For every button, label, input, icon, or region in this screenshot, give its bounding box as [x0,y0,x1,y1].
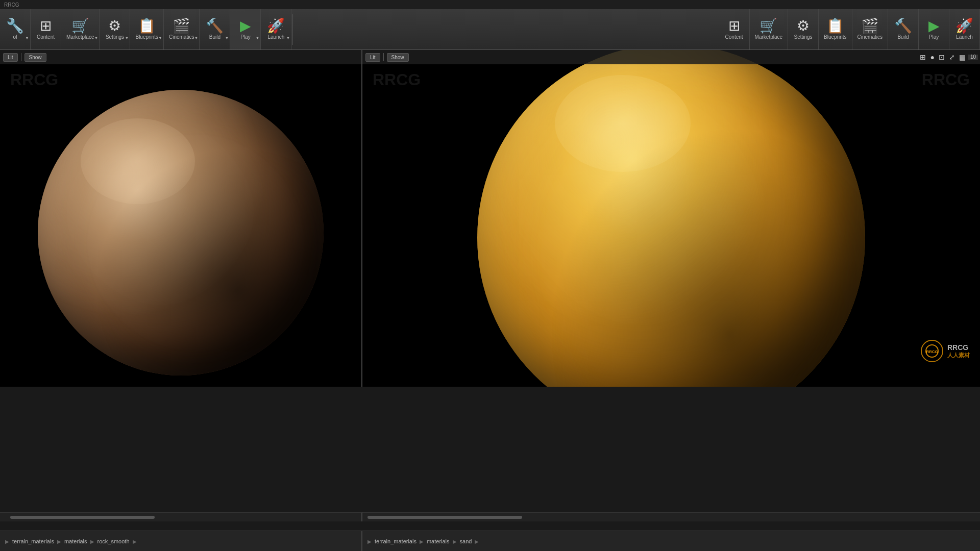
title-bar: RRCG [0,0,980,9]
bc-left-item-1[interactable]: materials [64,538,87,544]
cinematics-icon-left: 🎬 [173,19,190,33]
svg-text:RRCG: RRCG [926,349,938,354]
cinematics-icon-right: 🎬 [861,19,879,33]
launch-arrow-left: ▼ [286,36,290,40]
viewport-toolbar-right: Lit Show ⊞ ● ⊡ ⤢ ▦ 10 [362,50,980,64]
vp-dot-icon[interactable]: ● [928,54,936,61]
show-button-right[interactable]: Show [387,53,409,62]
toolbar-btn-blueprints-left[interactable]: 📋 Blueprints ▼ [130,9,163,49]
bc-right-arrow-end: ▶ [475,539,479,544]
marketplace-icon-right: 🛒 [760,19,777,33]
vp-grid-icon[interactable]: ⊞ [918,54,927,61]
lit-button-left[interactable]: Lit [3,53,18,62]
content-icon-right: ⊞ [728,19,740,33]
lit-button-right[interactable]: Lit [365,53,380,62]
bc-left-arrow-end: ▶ [133,539,137,544]
toolbar-btn-cinematics-left[interactable]: 🎬 Cinematics ▼ [164,9,200,49]
viewport-left[interactable]: RRCG RRCG 人人素材 Lit Show [0,50,362,387]
bc-left-sep-0: ▶ [57,539,61,544]
content-icon-left: ⊞ [40,19,52,33]
toolbar-btn-marketplace-left[interactable]: 🛒 Marketplace ▼ [61,9,100,49]
toolbar-btn-play-right[interactable]: ▶ Play [919,9,949,49]
build-icon-right: 🔨 [894,19,912,33]
toolbar-btn-play-left[interactable]: ▶ Play ▼ [230,9,261,49]
toolbar-btn-blueprints-right[interactable]: 📋 Blueprints [819,9,852,49]
play-icon-left: ▶ [240,19,251,33]
app-title: RRCG [4,2,19,8]
watermark-tl-left: RRCG [10,70,58,89]
bc-left-arrow-start: ▶ [5,539,9,544]
launch-icon-left: 🚀 [267,19,285,33]
breadcrumb-right: ▶ terrain_materials ▶ materials ▶ sand ▶ [362,531,980,551]
watermark-tr-right: RRCG [922,70,970,89]
rrcg-text-block: RRCG 人人素材 [947,343,970,359]
bc-right-item-0[interactable]: terrain_materials [375,538,416,544]
toolbar-btn-tool[interactable]: 🔧 ol ▼ [0,9,31,49]
settings-arrow-left: ▼ [125,36,129,40]
bc-right-item-2[interactable]: sand [460,538,472,544]
toolbar-section-left: 🔧 ol ▼ ⊞ Content 🛒 Marketplace ▼ ⚙ Setti… [0,9,291,49]
rrcg-logo-svg: RRCG [924,343,940,359]
toolbar-btn-launch-right[interactable]: 🚀 Launch [949,9,980,49]
tool-icon: 🔧 [6,19,24,33]
viewport-right[interactable]: RRCG RRCG 人人素材 RRCG Lit Show ⊞ ● ⊡ ⤢ ▦ 1… [362,50,980,387]
rrcg-sub-text: 人人素材 [947,352,970,359]
vp-layout-icon[interactable]: ▦ [958,54,967,61]
rrcg-main-text: RRCG [947,343,970,352]
build-icon-left: 🔨 [206,19,224,33]
toolbar-divider-center [292,14,293,45]
bc-left-item-0[interactable]: terrain_materials [12,538,54,544]
status-bar: ▶ terrain_materials ▶ materials ▶ rock_s… [0,531,980,551]
settings-icon-right: ⚙ [797,19,810,33]
marketplace-icon-left: 🛒 [71,19,89,33]
scroll-right[interactable] [362,512,980,521]
toolbar-btn-build-left[interactable]: 🔨 Build ▼ [200,9,230,49]
launch-icon-right: 🚀 [955,19,973,33]
marketplace-arrow-left: ▼ [94,36,99,40]
watermark-tl-right: RRCG [373,70,421,89]
scroll-area [0,512,980,521]
vp-expand-icon[interactable]: ⤢ [947,54,957,61]
toolbar-btn-settings-left[interactable]: ⚙ Settings ▼ [100,9,130,49]
vp-icons-row-right: ⊞ ● ⊡ ⤢ ▦ 10 [918,50,980,64]
bc-right-sep-1: ▶ [453,539,457,544]
build-arrow-left: ▼ [225,36,229,40]
toolbar-btn-content-right[interactable]: ⊞ Content [719,9,750,49]
scroll-left[interactable] [0,512,362,521]
cinematics-arrow-left: ▼ [194,36,198,40]
dropdown-arrow: ▼ [25,36,29,40]
rrcg-badge: RRCG RRCG 人人素材 [921,340,970,362]
breadcrumb-left: ▶ terrain_materials ▶ materials ▶ rock_s… [0,531,362,551]
play-icon-right: ▶ [928,19,940,33]
bc-right-item-1[interactable]: materials [427,538,450,544]
toolbar-section-right: ⊞ Content 🛒 Marketplace ⚙ Settings 📋 Blu… [719,9,980,49]
toolbar-btn-marketplace-right[interactable]: 🛒 Marketplace [750,9,788,49]
bc-left-sep-1: ▶ [90,539,94,544]
show-button-left[interactable]: Show [24,53,46,62]
main-toolbar: 🔧 ol ▼ ⊞ Content 🛒 Marketplace ▼ ⚙ Setti… [0,9,980,50]
bc-right-arrow-start: ▶ [368,539,372,544]
viewport-toolbar-left: Lit Show [0,50,361,64]
vp-number-icon[interactable]: 10 [968,55,978,60]
vp-sep-2 [383,53,384,61]
vp-sep-1 [21,53,21,61]
rrcg-logo-circle: RRCG [921,340,943,362]
scroll-thumb-left[interactable] [10,516,155,519]
bc-right-sep-0: ▶ [420,539,424,544]
vp-frame-icon[interactable]: ⊡ [937,54,946,61]
bc-left-item-2[interactable]: rock_smooth [97,538,130,544]
settings-icon-left: ⚙ [108,19,121,33]
blueprints-icon-left: 📋 [138,19,156,33]
blueprints-arrow-left: ▼ [158,36,162,40]
toolbar-btn-build-right[interactable]: 🔨 Build [888,9,919,49]
rock-sphere [38,90,324,375]
play-arrow-left: ▼ [255,36,259,40]
toolbar-btn-content-left[interactable]: ⊞ Content [31,9,61,49]
toolbar-btn-cinematics-right[interactable]: 🎬 Cinematics [852,9,888,49]
viewport-container: RRCG RRCG 人人素材 Lit Show RRCG RRCG 人人素材 R… [0,50,980,387]
sand-sphere [477,50,865,387]
toolbar-btn-settings-right[interactable]: ⚙ Settings [788,9,819,49]
scroll-thumb-right[interactable] [368,516,522,519]
toolbar-btn-launch-left[interactable]: 🚀 Launch ▼ [261,9,291,49]
blueprints-icon-right: 📋 [826,19,844,33]
